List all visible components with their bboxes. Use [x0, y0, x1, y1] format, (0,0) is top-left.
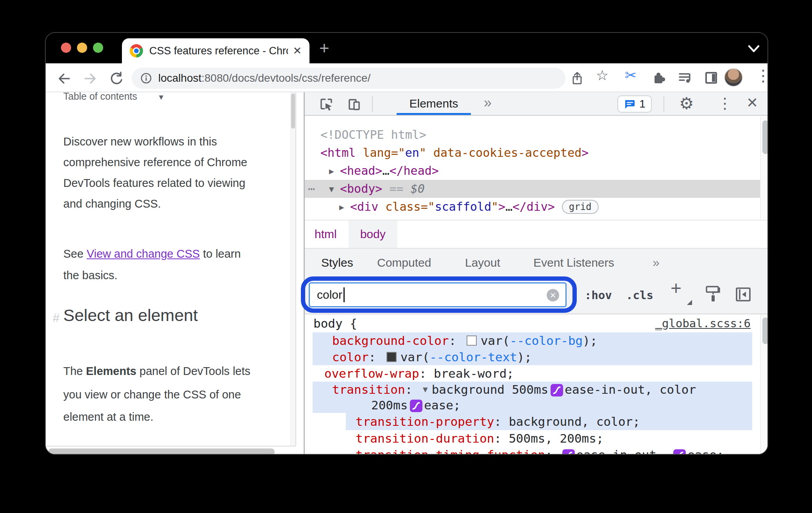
- color-swatch-white[interactable]: [467, 335, 477, 346]
- browser-menu-kebab-icon[interactable]: ⋮: [755, 66, 768, 84]
- devtools-menu-kebab-icon[interactable]: ⋮: [717, 95, 732, 112]
- toggle-element-state-button[interactable]: :hov: [585, 276, 612, 314]
- url-bar[interactable]: localhost:8080/docs/devtools/css/referen…: [132, 68, 565, 89]
- bezier-editor-icon[interactable]: [562, 449, 575, 455]
- styles-filter-input[interactable]: color ✕: [309, 282, 567, 307]
- issues-counter-button[interactable]: 1: [617, 95, 652, 113]
- toc-caret-icon: ▼: [157, 93, 165, 101]
- dom-scrollbar-thumb[interactable]: [762, 120, 768, 154]
- reload-button[interactable]: [109, 71, 124, 86]
- scissors-extension-icon[interactable]: ✂: [625, 67, 637, 84]
- stylesheet-source-link[interactable]: _global.scss:6: [655, 317, 751, 330]
- collapse-arrow-icon[interactable]: ▼: [329, 180, 340, 198]
- chrome-favicon-icon: [130, 44, 143, 57]
- css-property-overflow-wrap[interactable]: overflow-wrap: break-word;: [305, 365, 760, 382]
- view-and-change-css-link[interactable]: View and change CSS: [87, 248, 200, 260]
- matched-properties-highlight: transition: ▼background 500msease-in-out…: [313, 382, 752, 413]
- media-playlist-icon[interactable]: [677, 70, 693, 85]
- dom-node-head[interactable]: ▶<head>…</head>: [305, 162, 760, 180]
- css-variable-link[interactable]: --color-text: [429, 350, 517, 364]
- expand-arrow-icon[interactable]: ▶: [329, 162, 340, 180]
- page-bottom-divider: [46, 446, 296, 447]
- inspect-element-icon[interactable]: [319, 97, 334, 112]
- traffic-light-minimize-button[interactable]: [77, 43, 87, 53]
- dom-scrollbar-track[interactable]: [760, 117, 768, 220]
- breadcrumb-html[interactable]: html: [305, 221, 349, 248]
- bezier-editor-icon[interactable]: [410, 400, 422, 412]
- extensions-puzzle-icon[interactable]: [651, 70, 666, 85]
- tag-close: </head>: [389, 164, 438, 178]
- clear-filter-icon[interactable]: ✕: [547, 289, 559, 301]
- value-text: background 500ms: [432, 382, 549, 396]
- matched-properties-highlight: transition-property: background, color;: [346, 413, 752, 430]
- tab-layout[interactable]: Layout: [465, 249, 500, 276]
- expand-shorthand-icon[interactable]: ▼: [423, 385, 428, 394]
- paint-roller-icon[interactable]: [704, 285, 721, 304]
- dom-node-doctype[interactable]: <!DOCTYPE html>: [305, 126, 760, 144]
- breadcrumb-body[interactable]: body: [349, 221, 397, 248]
- vertical-scrollbar-track[interactable]: [290, 92, 295, 446]
- property-name: transition-duration: [356, 431, 494, 445]
- css-property-transition-timing-function[interactable]: transition-timing-function: ease-in-out,…: [305, 447, 760, 455]
- tag-bracket: >: [498, 200, 505, 213]
- chevron-down-icon[interactable]: [746, 44, 762, 54]
- element-classes-button[interactable]: .cls: [626, 276, 653, 314]
- css-property-transition-duration[interactable]: transition-duration: 500ms, 200ms;: [305, 430, 760, 447]
- colon: :: [449, 334, 463, 348]
- styles-scrollbar-track[interactable]: [760, 314, 768, 455]
- css-property-transition[interactable]: transition: ▼background 500msease-in-out…: [313, 382, 752, 397]
- forward-button[interactable]: [83, 71, 98, 86]
- traffic-light-close-button[interactable]: [61, 43, 71, 53]
- bezier-editor-icon[interactable]: [673, 449, 686, 455]
- tag-open: <body>: [340, 182, 382, 196]
- issues-count: 1: [639, 98, 646, 110]
- css-property-color[interactable]: color: var(--color-text);: [313, 349, 752, 365]
- css-variable-link[interactable]: --color-bg: [510, 334, 583, 348]
- dom-breadcrumb: html body: [305, 220, 768, 248]
- address-bar: localhost:8080/docs/devtools/css/referen…: [46, 63, 767, 92]
- more-panels-chevrons-icon[interactable]: »: [484, 95, 492, 111]
- horizontal-scrollbar[interactable]: [48, 448, 275, 455]
- css-property-background-color[interactable]: background-color: var(--color-bg);: [313, 332, 752, 349]
- grid-badge[interactable]: grid: [562, 200, 599, 214]
- node-options-dots-icon[interactable]: ⋯: [308, 180, 314, 198]
- share-icon[interactable]: [570, 71, 584, 86]
- close-devtools-icon[interactable]: ✕: [746, 95, 758, 111]
- heading-anchor-hash[interactable]: #: [53, 311, 59, 325]
- color-swatch-dark[interactable]: [386, 352, 397, 362]
- vertical-scrollbar-thumb[interactable]: [291, 93, 295, 129]
- new-style-rule-button[interactable]: +: [671, 277, 681, 299]
- settings-gear-icon[interactable]: ⚙: [679, 94, 694, 113]
- new-style-rule-dropdown-icon[interactable]: [687, 300, 692, 305]
- attr-value: en: [405, 146, 419, 160]
- site-info-icon[interactable]: [140, 72, 152, 84]
- dom-node-body-selected[interactable]: ⋯▼<body> == $0: [305, 180, 760, 198]
- dom-node-div-scaffold[interactable]: ▶<div class="scaffold">…</div>grid: [305, 198, 760, 216]
- para2-line: element at a time.: [63, 411, 154, 423]
- css-property-transition-property[interactable]: transition-property: background, color;: [346, 413, 752, 430]
- tab-event-listeners[interactable]: Event Listeners: [533, 249, 614, 276]
- tab-elements[interactable]: Elements: [397, 92, 471, 115]
- more-tabs-chevrons-icon[interactable]: »: [653, 249, 660, 276]
- new-tab-button[interactable]: +: [319, 38, 329, 58]
- toggle-device-toolbar-icon[interactable]: [347, 97, 362, 112]
- intro-line: and changing CSS.: [63, 197, 161, 210]
- expand-arrow-icon[interactable]: ▶: [339, 198, 350, 216]
- tab-styles[interactable]: Styles: [321, 249, 353, 276]
- dom-node-html[interactable]: <html lang="en" data-cookies-accepted>: [305, 144, 760, 162]
- traffic-light-zoom-button[interactable]: [93, 43, 103, 53]
- profile-avatar[interactable]: [724, 68, 743, 87]
- equals: ==: [382, 182, 410, 196]
- colon: :: [368, 350, 383, 364]
- tab-computed[interactable]: Computed: [377, 249, 431, 276]
- bezier-editor-icon[interactable]: [551, 384, 563, 396]
- bookmark-star-icon[interactable]: ☆: [596, 67, 608, 84]
- back-button[interactable]: [57, 71, 72, 86]
- tab-close-icon[interactable]: ✕: [293, 45, 302, 57]
- table-of-contents-toggle[interactable]: Table of contents▼: [63, 92, 165, 102]
- browser-tab[interactable]: CSS features reference - Chrom ✕: [122, 38, 309, 63]
- styles-scrollbar-thumb[interactable]: [762, 317, 768, 344]
- toolbar-divider: [664, 96, 664, 112]
- toggle-sidebar-icon[interactable]: [735, 286, 752, 303]
- side-panel-icon[interactable]: [704, 70, 719, 85]
